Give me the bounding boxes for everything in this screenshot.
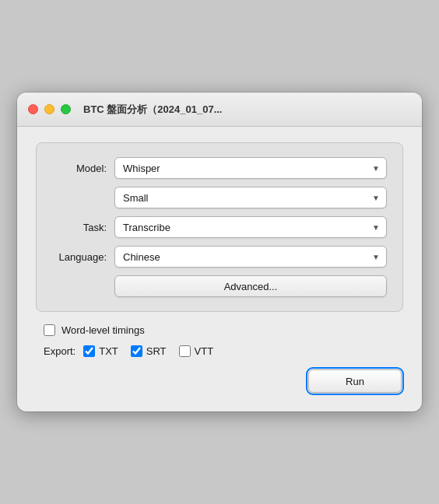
model-size-select-wrapper: Small ▼ (114, 187, 387, 208)
model-size-select[interactable]: Small (114, 187, 387, 208)
minimize-button[interactable] (44, 104, 54, 114)
word-timings-row: Word-level timings (36, 324, 403, 336)
language-label: Language: (52, 251, 114, 263)
export-vtt-item: VTT (179, 345, 214, 357)
advanced-row: Advanced... (52, 275, 387, 297)
maximize-button[interactable] (61, 104, 71, 114)
run-button[interactable]: Run (308, 369, 402, 393)
model-select[interactable]: Whisper (114, 157, 387, 179)
export-txt-checkbox[interactable] (83, 345, 95, 357)
task-row: Task: Transcribe Translate ▼ (52, 216, 387, 238)
model-label: Model: (52, 163, 114, 174)
titlebar: BTC 盤面分析（2024_01_07... (17, 93, 422, 127)
word-timings-label: Word-level timings (61, 324, 145, 336)
task-select-wrapper: Transcribe Translate ▼ (114, 216, 387, 238)
model-select-wrapper: Whisper ▼ (114, 157, 387, 179)
word-timings-checkbox[interactable] (44, 324, 55, 336)
run-row: Run (36, 369, 403, 393)
model-size-row: Small ▼ (52, 187, 387, 208)
task-label: Task: (52, 222, 114, 233)
export-srt-item: SRT (131, 345, 167, 357)
export-txt-item: TXT (83, 345, 118, 357)
window-title: BTC 盤面分析（2024_01_07... (83, 103, 411, 117)
export-vtt-label: VTT (195, 345, 214, 357)
export-vtt-checkbox[interactable] (179, 345, 191, 357)
task-select[interactable]: Transcribe Translate (114, 216, 387, 238)
model-row: Model: Whisper ▼ (52, 157, 387, 179)
settings-panel: Model: Whisper ▼ Small ▼ (36, 142, 403, 312)
language-select-wrapper: Chinese English Japanese Korean ▼ (114, 246, 387, 268)
main-window: BTC 盤面分析（2024_01_07... Model: Whisper ▼ … (17, 93, 422, 411)
export-srt-label: SRT (146, 345, 167, 357)
export-txt-label: TXT (99, 345, 118, 357)
close-button[interactable] (28, 104, 38, 114)
export-srt-checkbox[interactable] (131, 345, 142, 357)
language-select[interactable]: Chinese English Japanese Korean (114, 246, 387, 268)
export-label: Export: (44, 345, 76, 357)
language-row: Language: Chinese English Japanese Korea… (52, 246, 387, 268)
content-area: Model: Whisper ▼ Small ▼ (17, 127, 422, 411)
export-row: Export: TXT SRT VTT (36, 345, 403, 357)
advanced-button[interactable]: Advanced... (114, 275, 387, 297)
